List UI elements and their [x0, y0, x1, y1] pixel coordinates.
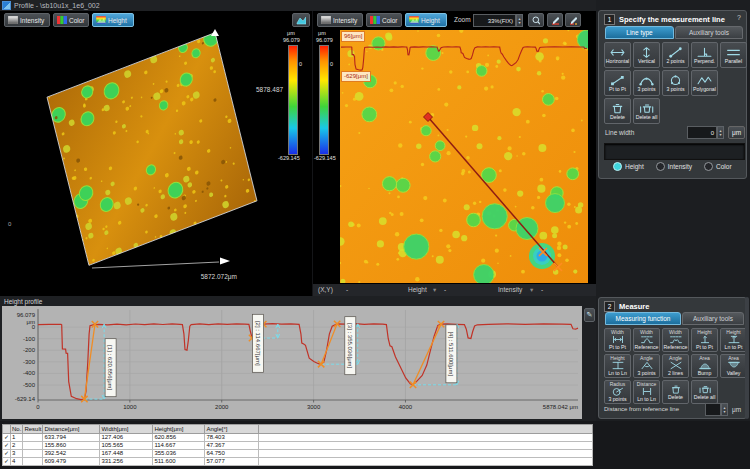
status-height-value: - — [444, 286, 446, 293]
horizontal-button[interactable]: Horizontal — [604, 42, 631, 68]
3-points-button[interactable]: Radius3 points — [604, 380, 631, 404]
delete-all-button[interactable]: Delete all — [691, 380, 718, 404]
table-row[interactable]: ✓4609.479331.256511.60057.077 — [3, 458, 593, 466]
center-intensity-button[interactable]: Intensity — [317, 13, 363, 27]
left-color-button[interactable]: Color — [53, 13, 89, 27]
table-row[interactable]: ✓1633.794127.406620.85678.403 — [3, 434, 593, 442]
delete-button[interactable]: Delete — [662, 380, 689, 404]
perpend--button[interactable]: Perpend. — [691, 42, 718, 68]
svg-text:-500: -500 — [23, 382, 36, 388]
line-width-unit: μm — [732, 129, 741, 136]
pt-to-pt-button[interactable]: Pt to Pt — [604, 70, 631, 96]
panel-scrollbar[interactable] — [745, 297, 749, 419]
view-2d-panel: Intensity Color Height Zoom 33%(FIX) ▴▾ … — [313, 11, 596, 296]
line-width-spinner[interactable]: ▴▾ — [717, 126, 724, 139]
status-intensity-dropdown-icon[interactable]: ▾ — [530, 286, 533, 294]
magnifier-button[interactable] — [528, 13, 544, 27]
svg-text:5878.042 μm: 5878.042 μm — [543, 404, 578, 410]
pt-to-pt-button[interactable]: WidthPt to Pt — [604, 328, 631, 352]
zoom-value-box[interactable]: 33%(FIX) — [473, 14, 516, 27]
tab-auxiliary-tools-2[interactable]: Auxiliary tools — [682, 312, 744, 325]
view-3d-panel: Intensity Color Height 5872.072μm 5878.4… — [0, 11, 312, 296]
coordinate-status-bar: (X,Y) - Height ▾ - Intensity ▾ - — [313, 283, 596, 297]
center-height-button[interactable]: Height — [405, 13, 447, 27]
panel1-help-button[interactable]: ? — [737, 14, 741, 21]
ln-to-ln-button[interactable]: HeightLn to Ln — [604, 354, 631, 378]
2-points-button[interactable]: 2 points — [662, 42, 689, 68]
radio-height[interactable]: Height — [613, 162, 644, 171]
table-cell — [23, 434, 43, 442]
distance-input[interactable] — [705, 403, 721, 416]
height-map-2d[interactable] — [340, 30, 588, 283]
button-label: Pt to Pt — [609, 344, 626, 350]
radius-icon — [611, 387, 625, 396]
zoom-spinner[interactable]: ▴▾ — [516, 14, 523, 27]
2-lines-button[interactable]: Angle2 lines — [662, 354, 689, 378]
left-colorbar-min: -629.145 — [278, 155, 300, 161]
radio-dot — [704, 162, 713, 171]
button-label: Delete — [610, 114, 625, 120]
overlay-min-label: -629[μm] — [341, 71, 371, 82]
3-points-button[interactable]: Angle3 points — [633, 354, 660, 378]
radio-dot — [613, 162, 622, 171]
reference-button[interactable]: WidthReference — [633, 328, 660, 352]
center-color-label: Color — [382, 17, 398, 24]
row-checkbox[interactable]: ✓ — [3, 458, 11, 466]
left-colorbar-unit: μm — [287, 30, 295, 36]
center-color-button[interactable]: Color — [366, 13, 402, 27]
axis-arrow-top — [211, 29, 219, 36]
vertical-button[interactable]: Vertical — [633, 42, 660, 68]
radio-intensity[interactable]: Intensity — [656, 162, 692, 171]
height-profile-chart[interactable]: 010002000300040005878.042 μm0-100-200-30… — [0, 306, 591, 421]
draw-profile-line-button[interactable] — [547, 13, 563, 27]
line-width-unit-dropdown[interactable]: μm — [728, 126, 745, 139]
delete-button[interactable]: Delete — [604, 98, 631, 124]
button-label: Reference — [635, 344, 659, 350]
pt-to-pt-button[interactable]: HeightPt to Pt — [691, 328, 718, 352]
bump-button[interactable]: AreaBump — [691, 354, 718, 378]
reference-button[interactable]: WidthReference — [662, 328, 689, 352]
magnifier-icon — [532, 16, 540, 25]
distance-unit: μm — [732, 406, 741, 413]
tab-auxiliary-tools-1[interactable]: Auxiliary tools — [675, 26, 743, 39]
ln-to-ln-button[interactable]: DistanceLn to Ln — [633, 380, 660, 404]
center-colorbar-unit: μm — [318, 30, 326, 36]
left-height-button[interactable]: Height — [92, 13, 134, 27]
tab-line-type[interactable]: Line type — [605, 26, 674, 39]
row-checkbox[interactable]: ✓ — [3, 450, 11, 458]
height-profile-panel: Height profile 010002000300040005878.042… — [0, 296, 596, 421]
table-row[interactable]: ✓3392.542167.448355.03664.750 — [3, 450, 593, 458]
view-3d-toggle-button[interactable] — [292, 13, 310, 27]
delete-all-button[interactable]: Delete all — [633, 98, 660, 124]
svg-text:2000: 2000 — [215, 404, 229, 410]
left-intensity-button[interactable]: Intensity — [4, 13, 50, 27]
line-list-box[interactable] — [604, 143, 745, 160]
valley-button[interactable]: AreaValley — [720, 354, 747, 378]
profile-application-window: Profile - \sb10u1x_1e6_002 Intensity Col… — [0, 0, 750, 469]
left-colorbar-max: 96.079 — [283, 37, 300, 43]
height-map-3d[interactable]: 5872.072μm 5878.487 0 — [0, 28, 312, 294]
angle2-icon — [669, 361, 683, 370]
width-ref-icon — [640, 335, 654, 344]
table-row[interactable]: ✓2155.860105.565114.66747.367 — [3, 442, 593, 450]
radio-color[interactable]: Color — [704, 162, 732, 171]
status-height-dropdown-icon[interactable]: ▾ — [433, 286, 436, 294]
two-points-icon — [668, 47, 683, 58]
table-cell: 57.077 — [205, 458, 259, 466]
button-label: Reference — [664, 344, 688, 350]
line-width-input[interactable]: 0 — [687, 126, 717, 139]
edit-profile-line-button[interactable] — [565, 13, 581, 27]
center-colorbar-max: 96.079 — [316, 37, 333, 43]
chart-edit-button[interactable]: ✎ — [584, 308, 595, 322]
row-checkbox[interactable]: ✓ — [3, 442, 11, 450]
polygonal-button[interactable]: Polygonal — [691, 70, 718, 96]
button-label: Horizontal — [606, 58, 629, 64]
parallel-button[interactable]: Parallel — [720, 42, 747, 68]
ln-to-pt-button[interactable]: HeightLn to Pt — [720, 328, 747, 352]
row-checkbox[interactable]: ✓ — [3, 434, 11, 442]
3-points-button[interactable]: 3 points — [633, 70, 660, 96]
3-points-button[interactable]: 3 points — [662, 70, 689, 96]
table-cell: 609.479 — [43, 458, 100, 466]
distance-spinner[interactable]: ▴▾ — [721, 403, 728, 416]
tab-measuring-function[interactable]: Measuring function — [605, 312, 681, 325]
